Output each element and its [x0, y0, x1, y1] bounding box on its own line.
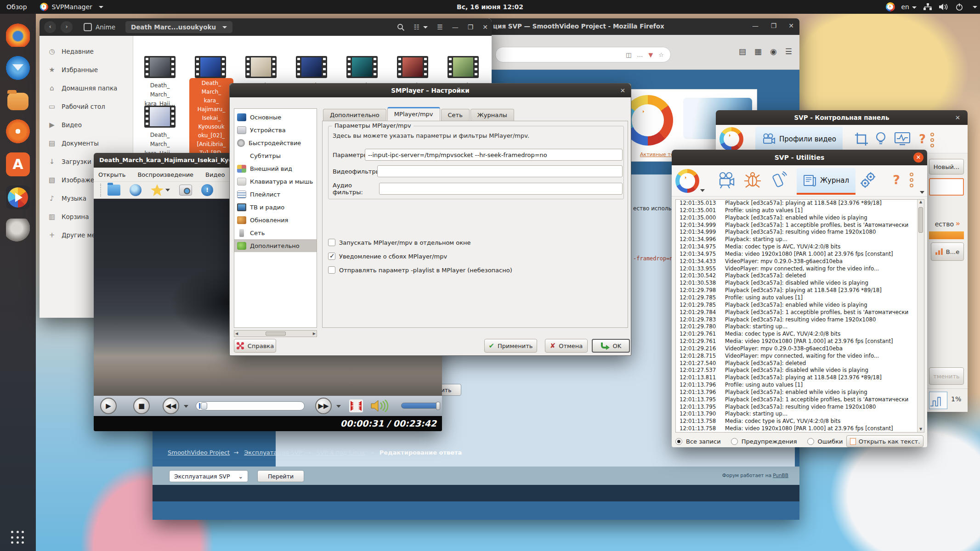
url-bar[interactable]: ◫ … ▼ ☆ [495, 47, 671, 62]
reader-mode-icon[interactable]: ◫ [626, 51, 631, 58]
maximize-button[interactable]: ❐ [769, 22, 778, 29]
library-icon[interactable]: ▤ [739, 47, 746, 56]
gears-icon[interactable] [859, 171, 880, 192]
crop-icon[interactable] [854, 131, 874, 147]
rewind-button[interactable]: ◀◀ [163, 398, 179, 414]
settings-category[interactable]: Основные [234, 111, 317, 124]
crash-report-checkbox[interactable]: Уведомление о сбоях MPlayer/mpv [328, 253, 447, 260]
settings-category[interactable]: ТВ и радио [234, 201, 317, 214]
log-filter-radio[interactable]: Ошибки [807, 438, 843, 445]
cancel-button[interactable]: ✘ Отмена [545, 339, 588, 353]
forward-options-chevron-icon[interactable] [336, 405, 341, 408]
fullscreen-icon[interactable] [349, 399, 363, 412]
close-button[interactable]: ✕ [482, 23, 488, 31]
clock[interactable]: Вс, 16 июня 12:02 [457, 3, 523, 11]
settings-tab[interactable]: Дополнительно [323, 109, 386, 121]
seek-slider[interactable] [196, 401, 305, 410]
overflow-menu-icon[interactable] [906, 171, 917, 192]
close-button[interactable]: ✕ [913, 152, 923, 163]
seek-handle[interactable] [201, 402, 207, 410]
horizontal-scrollbar[interactable]: ◀▶ [234, 330, 317, 337]
run-in-own-window-checkbox[interactable]: Запускать MPlayer/mpv в отдельном окне [328, 239, 471, 246]
utilities-titlebar[interactable]: SVP - Utilities ✕ [672, 150, 927, 165]
bug-icon[interactable] [743, 171, 765, 192]
close-button[interactable]: ✕ [620, 84, 625, 97]
favorites-chevron-icon[interactable] [165, 189, 170, 191]
new-profile-button[interactable]: Новый... [929, 159, 964, 174]
file-tile[interactable]: Death_ March_ kara_ Hajimaru_ Isekai_ Ky… [187, 38, 234, 108]
control-panel-titlebar[interactable]: SVP - Контрольная панель ✕ [716, 110, 968, 125]
breadcrumb-link[interactable]: Эксплуатация SVP [244, 449, 302, 456]
scrollbar-thumb[interactable] [918, 207, 923, 233]
minimize-button[interactable]: — [751, 22, 760, 29]
page-actions-icon[interactable]: … [637, 51, 643, 58]
power-icon[interactable] [955, 3, 963, 11]
toolbar-grip[interactable] [100, 184, 102, 197]
location-tab[interactable]: Anime [84, 23, 115, 31]
sidebar-item[interactable]: ▭ Рабочий стол [40, 97, 133, 116]
video-profiles-tab[interactable]: Профили видео [755, 127, 843, 152]
svp-tray-icon[interactable] [886, 2, 895, 11]
lightbulb-icon[interactable] [874, 131, 894, 147]
pocket-icon[interactable]: ▼ [648, 51, 653, 58]
remote-control-icon[interactable] [770, 171, 791, 192]
info-icon[interactable]: ! [201, 184, 213, 196]
svp-logo-icon[interactable] [719, 127, 743, 151]
volume-slider[interactable] [401, 403, 440, 409]
journal-tab[interactable]: Журнал [797, 168, 855, 195]
profile-name-input[interactable] [929, 178, 964, 196]
settings-titlebar[interactable]: SMPlayer – Настройки ✕ [230, 84, 631, 97]
system-menu-chevron-icon[interactable] [973, 6, 977, 8]
dock-app-icon[interactable] [6, 219, 30, 242]
sidebar-item[interactable]: ⌂ Домашняя папка [40, 79, 133, 97]
close-button[interactable]: ✕ [787, 22, 796, 29]
performance-monitor-icon[interactable] [894, 132, 914, 146]
breadcrumb-link[interactable]: SVP 4 под Linux [317, 449, 365, 456]
help-icon[interactable]: ? [886, 173, 907, 194]
volume-handle[interactable] [436, 402, 440, 410]
play-button[interactable]: ▶ [100, 398, 117, 414]
settings-category[interactable]: Быстродействие [234, 136, 317, 149]
punbb-link[interactable]: PunBB [773, 472, 788, 478]
log-filter-radio[interactable]: Все записи [675, 438, 721, 445]
show-applications-button[interactable] [11, 531, 25, 545]
settings-category[interactable]: Дополнительно [234, 239, 317, 252]
video-filters-input[interactable] [377, 165, 623, 177]
account-icon[interactable]: ◉ [770, 47, 777, 56]
scrollbar-thumb[interactable] [266, 332, 286, 336]
view-list-icon[interactable]: ☷ [414, 23, 420, 31]
stats-button[interactable]: В...e [931, 242, 964, 261]
app-menu[interactable]: SVPManager [34, 3, 110, 11]
stop-button[interactable]: ■ [133, 398, 150, 414]
files-headerbar[interactable]: ‹ › Anime Death Marc...usoukyoku ☷ ☰ — ❐… [40, 18, 492, 36]
video-camera-icon[interactable] [717, 171, 738, 192]
svp-logo-icon[interactable] [675, 169, 699, 193]
dock-app-icon[interactable] [7, 93, 28, 110]
overflow-menu-icon[interactable] [930, 131, 934, 147]
log-view[interactable]: 12:01:35.013 Playback [ed3ca57a]: playin… [675, 199, 924, 433]
settings-tab[interactable]: Сеть [441, 109, 470, 121]
favorites-icon[interactable] [151, 184, 164, 196]
help-button[interactable]: Справка [234, 339, 276, 353]
settings-category[interactable]: Устройства [234, 124, 317, 136]
apply-button[interactable]: ✔ Применить [484, 339, 537, 353]
activities-button[interactable]: Обзор [0, 3, 34, 11]
view-options-chevron-icon[interactable] [423, 26, 428, 28]
menu-item[interactable]: Воспроизведение [137, 171, 193, 178]
forward-button[interactable]: › [61, 21, 73, 33]
hamburger-menu-icon[interactable]: ☰ [785, 47, 792, 56]
sidebar-item[interactable]: ▤ Документы [40, 134, 133, 152]
dock-app-icon[interactable] [6, 23, 30, 47]
settings-tab[interactable]: MPlayer/mpv [387, 107, 440, 121]
ok-button[interactable]: OK [592, 339, 630, 353]
maximize-button[interactable]: ❐ [468, 23, 474, 31]
network-icon[interactable] [923, 3, 932, 11]
dock-app-icon[interactable] [6, 119, 30, 143]
open-url-icon[interactable] [130, 184, 142, 196]
settings-category[interactable]: Обновления [234, 214, 317, 226]
back-button[interactable]: ‹ [44, 21, 56, 33]
minimize-button[interactable]: — [452, 23, 459, 31]
quality-bar[interactable] [929, 231, 964, 239]
log-filter-radio[interactable]: Предупреждения [731, 438, 797, 445]
help-icon[interactable]: ? [919, 132, 926, 146]
